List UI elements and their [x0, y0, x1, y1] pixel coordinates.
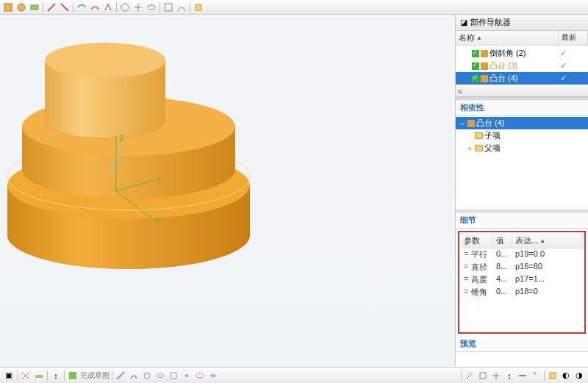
tool-icon[interactable]: ↕ — [50, 370, 62, 382]
axis-y-label: Y — [156, 175, 162, 184]
svg-rect-22 — [69, 372, 76, 379]
tool-icon[interactable] — [59, 1, 71, 13]
tool-icon[interactable] — [2, 1, 14, 13]
detail-header: 细节 — [456, 212, 588, 229]
svg-rect-2 — [31, 5, 38, 10]
tool-icon[interactable] — [181, 370, 193, 382]
tool-icon[interactable] — [128, 370, 140, 382]
bottom-toolbar: ▣ ↕ 完成草图 ↕ ◐ ◑ — [0, 367, 588, 383]
tool-icon[interactable] — [46, 1, 57, 13]
detail-row[interactable]: =平行0...p19=0.0 — [461, 248, 583, 261]
feature-icon — [481, 62, 488, 70]
tool-icon[interactable] — [76, 1, 87, 13]
tool-icon[interactable] — [33, 370, 45, 382]
tool-icon[interactable]: ◑ — [573, 370, 585, 382]
tree-item-label: 倒斜角 (2) — [490, 48, 559, 59]
detail-table: 参数 值 表达...▲ =平行0...p19=0.0 =直径8...p16=80… — [458, 231, 586, 334]
tree-row-chamfer[interactable]: 倒斜角 (2) ✓ — [456, 47, 588, 60]
svg-point-4 — [148, 5, 155, 10]
dep-row-root[interactable]: − 凸台 (4) — [456, 117, 588, 129]
tool-icon[interactable] — [29, 1, 40, 13]
nav-arrow-bar[interactable]: < — [456, 86, 588, 97]
feature-icon — [481, 75, 488, 82]
tool-icon[interactable] — [115, 370, 126, 382]
nav-columns: 名称▲ 最新 — [456, 31, 588, 46]
dep-label: 父项 — [484, 143, 501, 154]
viewport-3d[interactable]: Z Y X — [0, 15, 456, 367]
tool-icon[interactable] — [464, 370, 476, 382]
svg-point-25 — [185, 374, 188, 377]
svg-point-1 — [18, 4, 25, 11]
tool-icon[interactable] — [141, 370, 153, 382]
collapse-icon[interactable]: − — [459, 119, 466, 128]
tree-row-boss3[interactable]: 凸台 (3) ✓ — [456, 60, 588, 72]
tree-item-label: 凸台 (4) — [490, 73, 559, 84]
preview-header: 预览 — [456, 336, 588, 352]
svg-point-17 — [45, 43, 165, 78]
col-param[interactable]: 参数 — [461, 234, 493, 248]
sketch-finish-icon[interactable] — [67, 370, 79, 382]
status-text: 完成草图 — [80, 371, 110, 381]
svg-rect-0 — [4, 4, 12, 11]
tool-icon[interactable] — [176, 1, 187, 13]
tool-icon[interactable] — [490, 370, 502, 382]
tool-icon[interactable] — [162, 1, 174, 13]
part-navigator-label: 部件导航器 — [470, 17, 511, 28]
tool-icon[interactable]: ◐ — [560, 370, 572, 382]
dep-label: 凸台 (4) — [476, 118, 505, 129]
check-icon: ✓ — [560, 61, 587, 71]
svg-rect-28 — [480, 373, 486, 379]
axis-z-label: Z — [119, 134, 124, 143]
feature-icon — [467, 120, 475, 127]
part-navigator-title: ◪ 部件导航器 — [456, 15, 588, 31]
tree-item-label: 凸台 (3) — [490, 60, 559, 71]
detail-head: 参数 值 表达...▲ — [461, 234, 583, 248]
col-value[interactable]: 值 — [493, 234, 512, 248]
col-latest[interactable]: 最新 — [559, 31, 588, 45]
tool-icon[interactable] — [154, 370, 166, 382]
detail-row[interactable]: =直径8...p16=80 — [461, 261, 583, 273]
tool-icon[interactable] — [15, 1, 27, 13]
tool-icon[interactable] — [194, 370, 206, 382]
tool-icon[interactable] — [20, 370, 32, 382]
dep-row-child[interactable]: 子项 — [456, 129, 588, 142]
svg-point-3 — [121, 4, 129, 11]
tool-icon[interactable]: ↕ — [503, 370, 515, 382]
expand-icon[interactable]: + — [466, 144, 473, 153]
tool-icon[interactable] — [89, 1, 101, 13]
right-panel: ◪ 部件导航器 名称▲ 最新 倒斜角 (2) ✓ 凸台 (3) ✓ 凸台 (4)… — [456, 15, 588, 367]
checkbox-icon[interactable] — [472, 62, 479, 70]
tool-icon[interactable] — [102, 1, 114, 13]
tool-icon[interactable] — [119, 1, 131, 13]
svg-rect-5 — [165, 4, 172, 11]
tool-icon[interactable] — [193, 1, 204, 13]
detail-row[interactable]: =锥角0...p18=0 — [461, 286, 583, 298]
axis-x-label: X — [154, 216, 160, 225]
check-icon: ✓ — [560, 74, 587, 83]
preview-body — [456, 352, 588, 367]
checkbox-icon[interactable] — [472, 50, 479, 57]
tool-icon[interactable] — [146, 1, 157, 13]
tool-icon[interactable] — [517, 370, 528, 382]
tool-icon[interactable]: ▣ — [3, 370, 15, 382]
feature-icon — [481, 50, 488, 57]
col-expr[interactable]: 表达... — [515, 235, 538, 246]
check-icon: ✓ — [560, 49, 587, 58]
detail-row[interactable]: =高度4...p17=1... — [461, 273, 583, 286]
svg-point-26 — [196, 373, 204, 378]
tool-icon[interactable] — [477, 370, 489, 382]
svg-rect-6 — [196, 4, 201, 10]
dependency-tree: − 凸台 (4) 子项 + 父项 — [456, 116, 588, 210]
dep-row-parent[interactable]: + 父项 — [456, 142, 588, 154]
tool-icon[interactable] — [132, 1, 144, 13]
tool-icon[interactable] — [547, 370, 559, 382]
top-toolbar — [0, 0, 588, 15]
checkbox-icon[interactable] — [472, 75, 479, 82]
tool-icon[interactable] — [207, 370, 219, 382]
dependency-header: 相依性 — [456, 100, 588, 116]
tool-icon[interactable] — [530, 370, 542, 382]
tool-icon[interactable] — [168, 370, 179, 382]
tree-row-boss4[interactable]: 凸台 (4) ✓ — [456, 72, 588, 85]
col-name[interactable]: 名称▲ — [456, 31, 559, 45]
folder-icon — [475, 145, 483, 151]
